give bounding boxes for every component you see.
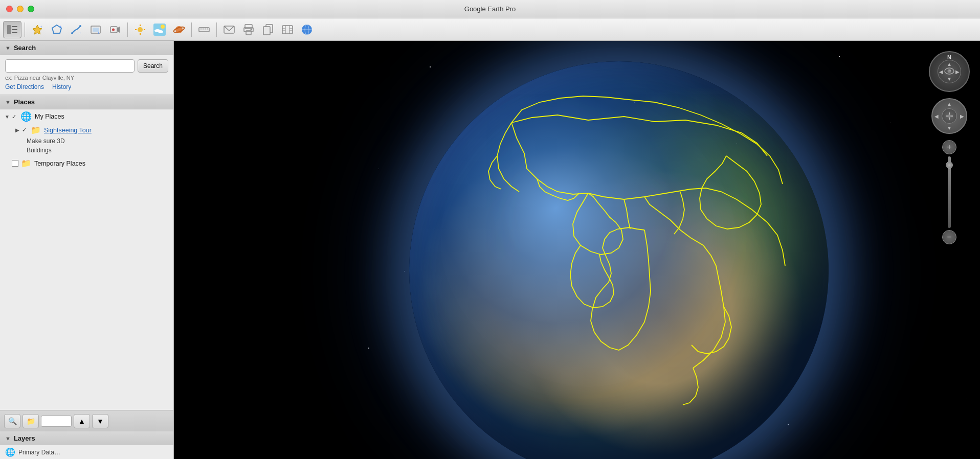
svg-text:+: + bbox=[40, 25, 42, 29]
star bbox=[890, 123, 890, 123]
svg-marker-15 bbox=[117, 27, 120, 33]
pan-right-button[interactable]: ▶ bbox=[960, 113, 964, 119]
copy-button[interactable] bbox=[259, 21, 277, 38]
google-maps-button[interactable] bbox=[298, 21, 316, 38]
minimize-button[interactable] bbox=[17, 6, 24, 12]
sightseeing-arrow: ▶ bbox=[14, 127, 20, 133]
email-button[interactable] bbox=[220, 21, 238, 38]
maximize-button[interactable] bbox=[28, 6, 34, 12]
zoom-in-button[interactable]: + bbox=[942, 140, 956, 154]
add-path-button[interactable]: + bbox=[67, 21, 85, 38]
my-places-icon: 🌐 bbox=[20, 111, 32, 122]
layers-panel-header[interactable]: ▼ Layers bbox=[0, 431, 173, 445]
search-input[interactable] bbox=[5, 59, 135, 73]
svg-point-25 bbox=[158, 30, 163, 33]
sightseeing-check[interactable]: ✓ bbox=[22, 127, 29, 133]
history-link[interactable]: History bbox=[52, 83, 71, 90]
svg-point-23 bbox=[161, 25, 165, 29]
window-title: Google Earth Pro bbox=[464, 5, 516, 13]
ruler-button[interactable] bbox=[195, 21, 213, 38]
star bbox=[404, 271, 405, 271]
sightseeing-label[interactable]: Sightseeing Tour bbox=[44, 127, 92, 134]
svg-rect-40 bbox=[282, 26, 293, 34]
eye-icon bbox=[944, 66, 954, 77]
show-sunlight-button[interactable] bbox=[131, 21, 149, 38]
layers-first-item[interactable]: 🌐 Primary Data… bbox=[0, 445, 173, 459]
compass-arrow-bottom: ▼ bbox=[947, 76, 952, 82]
toolbar-separator-4 bbox=[216, 22, 217, 37]
buildings-text: Buildings bbox=[27, 147, 52, 154]
3d-buildings-note: Make sure 3D bbox=[0, 136, 173, 146]
pan-left-button[interactable]: ◀ bbox=[934, 113, 939, 119]
sightseeing-tour-item[interactable]: ▶ ✓ 📁 Sightseeing Tour bbox=[0, 124, 173, 136]
star bbox=[788, 424, 789, 425]
sky-button[interactable] bbox=[150, 21, 169, 38]
layers-arrow: ▼ bbox=[5, 435, 11, 442]
add-overlay-button[interactable]: + bbox=[86, 21, 105, 38]
my-places-check[interactable]: ✓ bbox=[12, 113, 19, 120]
pan-controls[interactable]: ▲ ▼ ◀ ▶ bbox=[931, 98, 967, 134]
search-panel-header[interactable]: ▼ Search bbox=[0, 41, 173, 55]
svg-rect-34 bbox=[245, 25, 252, 29]
print-button[interactable] bbox=[239, 21, 258, 38]
star bbox=[839, 56, 840, 57]
my-places-label: My Places bbox=[35, 113, 64, 120]
svg-point-53 bbox=[949, 70, 950, 71]
compass-inner: ▲ ▼ ◀ ▶ bbox=[938, 60, 961, 83]
folder-bottom-button[interactable]: 📁 bbox=[23, 414, 39, 428]
search-arrow: ▼ bbox=[5, 45, 11, 51]
save-movie-button[interactable] bbox=[278, 21, 297, 38]
navigation-controls: N ▲ ▼ ◀ ▶ ▲ bbox=[929, 51, 970, 244]
titlebar: Google Earth Pro bbox=[0, 0, 980, 18]
add-placemark-button[interactable]: + bbox=[28, 21, 47, 38]
svg-point-17 bbox=[138, 27, 143, 32]
places-panel-header[interactable]: ▼ Places bbox=[0, 95, 173, 109]
pan-down-button[interactable]: ▼ bbox=[947, 125, 952, 131]
temp-label: Temporary Places bbox=[34, 160, 85, 167]
my-places-item[interactable]: ▼ ✓ 🌐 My Places bbox=[0, 109, 173, 124]
record-tour-button[interactable] bbox=[106, 21, 124, 38]
map-area[interactable]: N ▲ ▼ ◀ ▶ ▲ bbox=[174, 41, 980, 459]
add-polygon-button[interactable]: + bbox=[48, 21, 66, 38]
layers-panel-title: Layers bbox=[14, 434, 35, 442]
sidebar-toggle-button[interactable] bbox=[3, 21, 21, 38]
zoom-out-button[interactable]: − bbox=[942, 230, 956, 244]
svg-rect-0 bbox=[7, 25, 11, 34]
search-panel-title: Search bbox=[14, 44, 36, 52]
compass-arrow-right: ▶ bbox=[955, 69, 960, 75]
my-places-arrow: ▼ bbox=[4, 114, 10, 120]
svg-text:+: + bbox=[97, 31, 100, 35]
svg-point-16 bbox=[112, 28, 115, 31]
move-down-button[interactable]: ▼ bbox=[92, 414, 108, 428]
svg-point-9 bbox=[79, 25, 81, 27]
compass[interactable]: N ▲ ▼ ◀ ▶ bbox=[929, 51, 970, 92]
search-button[interactable]: Search bbox=[138, 59, 168, 73]
move-up-button[interactable]: ▲ bbox=[74, 414, 90, 428]
order-input[interactable] bbox=[41, 416, 72, 427]
svg-rect-28 bbox=[199, 28, 209, 32]
earth-borders-overlay bbox=[409, 61, 829, 459]
toolbar-separator bbox=[25, 22, 25, 37]
svg-rect-1 bbox=[12, 26, 17, 27]
pan-up-button[interactable]: ▲ bbox=[947, 101, 952, 107]
svg-rect-2 bbox=[12, 29, 17, 30]
temp-check[interactable] bbox=[12, 160, 18, 167]
window-controls bbox=[6, 6, 34, 12]
main-area: ▼ Search Search ex: Pizza near Clayville… bbox=[0, 41, 980, 459]
svg-point-54 bbox=[948, 114, 951, 118]
search-bottom-button[interactable]: 🔍 bbox=[4, 414, 20, 428]
temporary-places-item[interactable]: ▶ 📁 Temporary Places bbox=[0, 157, 173, 170]
svg-point-52 bbox=[948, 69, 951, 73]
planets-button[interactable] bbox=[170, 21, 188, 38]
zoom-controls: + − bbox=[942, 140, 956, 244]
buildings-note: Buildings bbox=[0, 146, 173, 155]
zoom-slider[interactable] bbox=[948, 156, 951, 228]
close-button[interactable] bbox=[6, 6, 13, 12]
layers-first-icon: 🌐 bbox=[5, 447, 15, 457]
sightseeing-icon: 📁 bbox=[31, 125, 41, 135]
compass-arrow-top: ▲ bbox=[947, 61, 952, 67]
star bbox=[378, 169, 379, 169]
get-directions-link[interactable]: Get Directions bbox=[5, 83, 44, 90]
main-toolbar: + + + + bbox=[0, 18, 980, 41]
search-row: Search bbox=[5, 59, 168, 73]
